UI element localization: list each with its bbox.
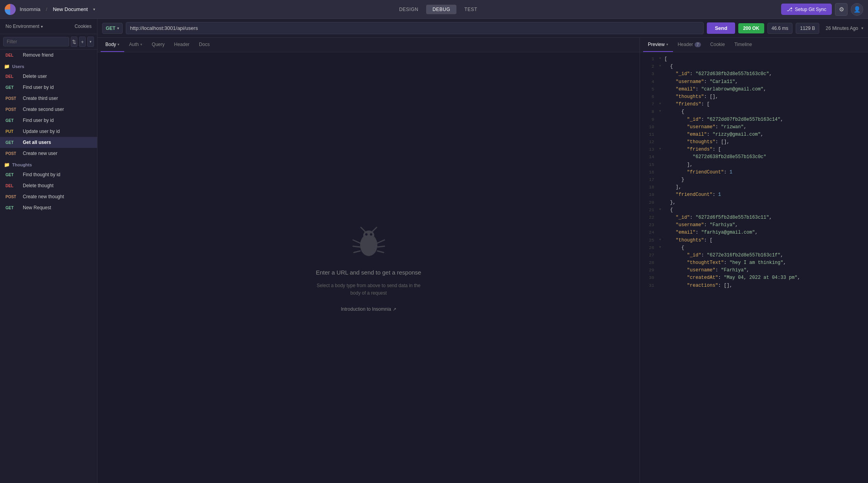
line-content: "username": "Farhiya", — [664, 267, 749, 274]
line-number: 20 — [643, 199, 654, 206]
tab-response-header[interactable]: Header 7 — [673, 38, 706, 52]
sidebar-item-update-user[interactable]: PUT Update user by id — [0, 126, 97, 137]
empty-state: Enter a URL and send to get a response S… — [97, 52, 640, 483]
line-content: "_id": "6272d6f5fb2d8e557b163c11", — [664, 214, 772, 221]
item-label: Delete thought — [23, 183, 53, 188]
chevron-icon: ▾ — [90, 40, 92, 44]
doc-name[interactable]: New Document — [53, 6, 88, 12]
tab-body-label: Body — [105, 42, 116, 47]
sidebar-item-find-thought[interactable]: GET Find thought by id — [0, 169, 97, 180]
sidebar-item-new-request[interactable]: GET New Request — [0, 202, 97, 213]
line-number: 26 — [643, 244, 654, 252]
line-content: "username": "rizwan", — [664, 124, 747, 131]
sidebar-item-find-user-1[interactable]: GET Find user by id — [0, 82, 97, 93]
code-line: 7▾ "friends": [ — [640, 101, 868, 108]
sidebar-item-create-new-user[interactable]: POST Create new user — [0, 148, 97, 159]
item-label: Find user by id — [23, 85, 54, 90]
line-toggle[interactable]: ▾ — [659, 101, 663, 107]
line-toggle[interactable]: ▾ — [659, 237, 663, 243]
tab-header-label: Header — [174, 42, 189, 47]
add-request-button[interactable]: + — [79, 37, 86, 47]
svg-line-3 — [372, 227, 377, 232]
line-content: { — [664, 108, 684, 116]
line-toggle[interactable]: ▾ — [659, 55, 663, 62]
line-number: 12 — [643, 138, 654, 146]
sort-button[interactable]: ⇅ — [71, 37, 77, 47]
section-header-thoughts[interactable]: 📁 Thoughts — [0, 159, 97, 169]
line-number: 9 — [643, 116, 654, 124]
sidebar-item-delete-user[interactable]: DEL Delete user — [0, 71, 97, 82]
env-selector[interactable]: No Environment ▾ — [3, 22, 45, 31]
code-line: 2▾ { — [640, 63, 868, 70]
line-number: 22 — [643, 214, 654, 221]
line-toggle[interactable]: ▾ — [659, 244, 663, 251]
git-icon: ⎇ — [787, 6, 793, 12]
topbar-tabs: DESIGN DEBUG TEST — [99, 5, 777, 14]
main-layout: No Environment ▾ Cookies ⇅ + ▾ DEL Remov… — [0, 19, 868, 483]
line-number: 31 — [643, 282, 654, 289]
git-sync-button[interactable]: ⎇ Setup Git Sync — [781, 4, 832, 15]
line-content: } — [664, 176, 684, 184]
cookies-button[interactable]: Cookies — [72, 22, 94, 31]
tab-body[interactable]: Body ▾ — [101, 38, 124, 52]
item-label: New Request — [23, 205, 51, 210]
sidebar-item-create-thought[interactable]: POST Create new thought — [0, 191, 97, 202]
line-content: }, — [664, 199, 676, 206]
split-area: Body ▾ Auth ▾ Query Header Docs — [97, 38, 868, 483]
url-input[interactable] — [126, 22, 704, 34]
tab-header[interactable]: Header — [169, 38, 194, 52]
code-line: 22 "_id": "6272d6f5fb2d8e557b163c11", — [640, 214, 868, 221]
filter-input[interactable] — [3, 37, 69, 46]
line-number: 3 — [643, 70, 654, 78]
code-view[interactable]: 1▾[2▾ {3 "_id": "6272d638fb2d8e557b163c0… — [640, 52, 868, 483]
line-content: "_id": "6272e316fb2d8e557b163c1f", — [664, 252, 783, 259]
method-select[interactable]: GET ▾ — [102, 23, 123, 34]
method-badge: GET — [6, 118, 20, 123]
code-line: 24 "email": "farhiya@gmail.com", — [640, 229, 868, 236]
line-content: "email": "rizzy@gmail.com", — [664, 131, 763, 138]
tab-cookie[interactable]: Cookie — [706, 38, 730, 52]
tab-timeline[interactable]: Timeline — [730, 38, 757, 52]
user-button[interactable]: 👤 — [851, 3, 863, 16]
line-toggle[interactable]: ▾ — [659, 206, 663, 213]
section-header-users[interactable]: 📁 Users — [0, 61, 97, 71]
line-number: 18 — [643, 184, 654, 191]
svg-line-6 — [354, 251, 360, 253]
tab-preview[interactable]: Preview ▾ — [643, 38, 673, 52]
line-content: "username": "Farhiya", — [664, 221, 738, 229]
folder-icon: 📁 — [4, 64, 10, 69]
code-line: 27 "_id": "6272e316fb2d8e557b163c1f", — [640, 252, 868, 259]
sidebar-item-create-second-user[interactable]: POST Create second user — [0, 104, 97, 115]
line-toggle[interactable]: ▾ — [659, 146, 663, 152]
empty-title: Enter a URL and send to get a response — [316, 269, 421, 276]
tab-debug[interactable]: DEBUG — [426, 5, 456, 14]
tab-auth[interactable]: Auth ▾ — [124, 38, 147, 52]
sidebar-item-delete-thought[interactable]: DEL Delete thought — [0, 180, 97, 191]
sidebar-item-remove-friend[interactable]: DEL Remove friend — [0, 50, 97, 61]
tab-test[interactable]: TEST — [458, 5, 484, 14]
line-toggle[interactable]: ▾ — [659, 63, 663, 69]
settings-button[interactable]: ⚙ — [835, 3, 848, 16]
sidebar-item-get-all-users[interactable]: GET Get all users — [0, 137, 97, 148]
line-content: "_id": "6272dd07fb2d8e557b163c14", — [664, 116, 783, 124]
size-badge: 1129 B — [796, 23, 819, 34]
method-badge: POST — [6, 151, 20, 156]
line-toggle[interactable]: ▾ — [659, 108, 663, 114]
line-number: 23 — [643, 221, 654, 229]
doc-chevron-icon[interactable]: ▾ — [93, 7, 95, 11]
intro-link[interactable]: Introduction to Insomnia ↗ — [341, 306, 396, 312]
method-badge: POST — [6, 107, 20, 112]
line-content: [ — [664, 55, 667, 63]
method-badge: PUT — [6, 129, 20, 134]
code-line: 4 "username": "Carla11", — [640, 78, 868, 86]
response-tabs: Preview ▾ Header 7 Cookie Timeline — [640, 38, 868, 52]
send-button[interactable]: Send — [707, 22, 735, 34]
tab-query[interactable]: Query — [147, 38, 169, 52]
line-content: "friendCount": 1 — [664, 191, 721, 199]
sidebar-item-find-user-2[interactable]: GET Find user by id — [0, 115, 97, 126]
tab-docs[interactable]: Docs — [194, 38, 214, 52]
sidebar-item-create-third-user[interactable]: POST Create third user — [0, 93, 97, 104]
tab-design[interactable]: DESIGN — [393, 5, 425, 14]
code-line: 25▾ "thoughts": [ — [640, 237, 868, 244]
add-dropdown-button[interactable]: ▾ — [87, 37, 94, 47]
